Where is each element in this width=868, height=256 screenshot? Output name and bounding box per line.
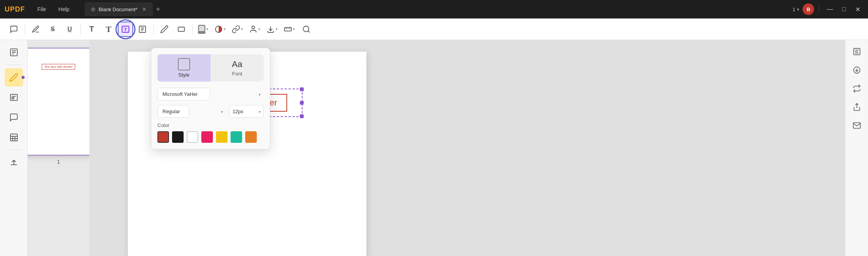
svg-rect-22 [12, 97, 14, 99]
link-btn[interactable]: ▾ [229, 23, 245, 35]
sidebar-export-btn[interactable] [5, 153, 23, 172]
color-label: Color [157, 122, 264, 128]
new-tab-btn[interactable]: + [156, 5, 161, 14]
tab-close-btn[interactable]: ✕ [142, 6, 147, 12]
page-number: 1 [57, 159, 60, 165]
popup-tab-style[interactable]: Style [157, 54, 211, 82]
pencil-btn[interactable] [157, 22, 172, 37]
page-thumbnail-area: Text Box with Border 1 [28, 40, 89, 256]
ruler-btn[interactable]: ▾ [281, 23, 297, 35]
user-avatar[interactable]: B [803, 3, 814, 15]
right-sidebar [845, 40, 868, 256]
convert-btn[interactable] [848, 80, 865, 97]
text-plain-btn[interactable]: T [84, 22, 99, 37]
text-layout-btn[interactable] [135, 22, 150, 37]
sidebar-review-btn[interactable] [5, 108, 23, 127]
color-yellow[interactable] [216, 131, 227, 143]
ocr-btn[interactable] [848, 43, 865, 60]
underline-btn[interactable]: U [62, 22, 77, 37]
svg-rect-23 [10, 134, 17, 141]
highlight-btn[interactable] [28, 22, 43, 37]
color-red[interactable] [157, 131, 169, 143]
minimize-btn[interactable]: — [824, 4, 836, 14]
signature-btn[interactable]: ▾ [264, 23, 280, 35]
style-tab-icon [178, 58, 190, 70]
color-orange[interactable] [245, 131, 257, 143]
color-circle-btn[interactable]: ▾ [212, 23, 228, 35]
active-tab-label[interactable]: Blank Document* [99, 7, 137, 12]
popup-panel: Style Aa Font Microsoft YaHei Arial Time… [151, 48, 270, 149]
maximize-btn[interactable]: □ [839, 4, 849, 14]
sidebar-edit-btn[interactable] [5, 68, 23, 87]
svg-rect-7 [199, 25, 205, 32]
page-inner-text: Text Box with Border [42, 64, 75, 70]
app-logo: UPDF [5, 5, 25, 13]
title-bar: UPDF File Help ⊘ Blank Document* ✕ + 1 ▾… [0, 0, 868, 18]
font-family-arrow: ▾ [259, 92, 261, 96]
font-family-row: Microsoft YaHei Arial Times New Roman He… [157, 88, 264, 100]
tab-area: ⊘ Blank Document* ✕ + [85, 2, 786, 16]
svg-point-15 [303, 26, 309, 32]
sidebar-form-btn[interactable] [5, 88, 23, 107]
comment-btn[interactable] [6, 22, 22, 37]
title-bar-controls: 1 ▾ B — □ ✕ [793, 3, 863, 15]
text-serif-btn[interactable]: T [101, 22, 116, 37]
sidebar-div1 [7, 65, 21, 65]
font-style-select[interactable]: Regular Bold Italic Bold Italic [157, 105, 189, 118]
left-sidebar [0, 40, 28, 256]
font-style-size-row: Regular Bold Italic Bold Italic ▾ 8px 10… [157, 105, 264, 118]
menu-help[interactable]: Help [55, 5, 73, 14]
font-size-select[interactable]: 8px 10px 12px 14px 16px [229, 105, 264, 118]
sep4 [192, 23, 192, 35]
sidebar-table-btn[interactable] [5, 128, 23, 147]
font-family-wrapper: Microsoft YaHei Arial Times New Roman He… [157, 88, 264, 100]
color-fill-btn[interactable]: ▾ [196, 23, 211, 35]
color-swatches [157, 131, 264, 143]
font-tab-icon: Aa [232, 59, 243, 69]
font-style-wrapper: Regular Bold Italic Bold Italic ▾ [157, 105, 226, 118]
handle-mr[interactable] [300, 101, 304, 105]
toolbar: S U T T T [0, 18, 868, 40]
color-pink[interactable] [201, 131, 213, 143]
font-family-select[interactable]: Microsoft YaHei Arial Times New Roman He… [157, 88, 210, 100]
svg-text:T: T [124, 27, 127, 32]
user-btn[interactable]: ▾ [247, 23, 263, 35]
page-doc: Text Box with Border [28, 48, 89, 156]
color-white[interactable] [187, 131, 198, 143]
main-layout: Text Box with Border 1 Text Box with Bor… [0, 40, 868, 256]
stamp-btn[interactable] [174, 22, 189, 37]
compress-btn[interactable] [848, 62, 865, 79]
sidebar-div2 [7, 150, 21, 150]
sidebar-reader-btn[interactable] [5, 43, 23, 62]
font-size-wrapper: 8px 10px 12px 14px 16px ▾ [229, 105, 264, 118]
search-btn[interactable] [299, 22, 314, 37]
svg-point-9 [252, 26, 254, 28]
color-teal[interactable] [231, 131, 242, 143]
strikethrough-btn[interactable]: S [45, 22, 60, 37]
popup-tab-font[interactable]: Aa Font [211, 54, 264, 82]
active-indicator [22, 76, 25, 79]
svg-rect-6 [178, 27, 185, 31]
upload-btn[interactable] [848, 99, 865, 115]
sep3 [153, 23, 154, 35]
style-tab-label: Style [179, 72, 190, 78]
handle-tr[interactable] [300, 87, 304, 91]
sep2 [80, 23, 81, 35]
page-indicator: 1 ▾ [793, 7, 799, 12]
page-thumbnail[interactable]: Text Box with Border 1 [28, 48, 89, 165]
email-btn[interactable] [848, 117, 865, 134]
close-btn[interactable]: ✕ [852, 4, 863, 15]
sep1 [25, 23, 25, 35]
text-box-btn[interactable]: T [118, 22, 133, 37]
font-style-arrow: ▾ [221, 109, 223, 114]
menu-file[interactable]: File [34, 5, 49, 14]
font-tab-label: Font [232, 71, 242, 77]
popup-tabs: Style Aa Font [157, 54, 264, 82]
color-black[interactable] [172, 131, 184, 143]
handle-br[interactable] [300, 114, 304, 118]
canvas-area: Text Box with Border Style [89, 40, 845, 256]
